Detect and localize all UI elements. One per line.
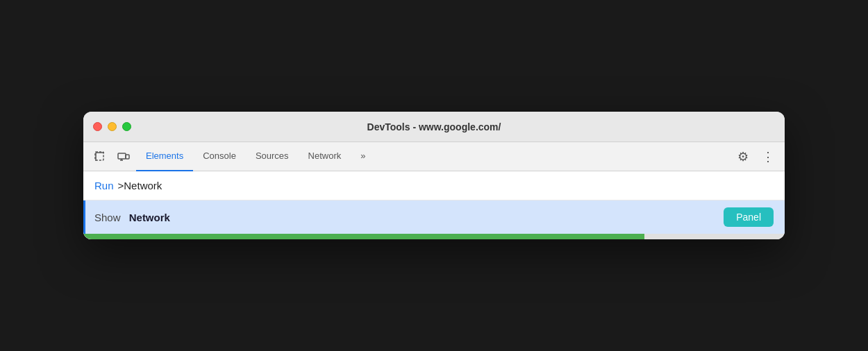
toolbar-right: ⚙ ⋮ [732, 146, 779, 168]
svg-rect-1 [118, 153, 126, 159]
tab-elements[interactable]: Elements [136, 142, 193, 171]
selection-indicator [83, 200, 85, 234]
command-bar: Run [83, 171, 785, 200]
show-text: Show [94, 212, 121, 223]
cursor-icon [94, 151, 106, 163]
minimize-button[interactable] [108, 122, 117, 131]
tabs-container: Elements Console Sources Network » [136, 142, 731, 171]
network-bold: Network [129, 212, 170, 223]
more-options-button[interactable]: ⋮ [757, 146, 779, 168]
maximize-button[interactable] [122, 122, 131, 131]
toolbar: Elements Console Sources Network » ⚙ ⋮ [83, 142, 785, 171]
svg-rect-0 [95, 152, 103, 160]
tab-more[interactable]: » [351, 142, 375, 171]
command-input[interactable] [118, 180, 774, 191]
settings-button[interactable]: ⚙ [732, 146, 754, 168]
tab-sources[interactable]: Sources [246, 142, 299, 171]
panel-button[interactable]: Panel [724, 207, 774, 227]
close-button[interactable] [93, 122, 102, 131]
tab-console[interactable]: Console [193, 142, 246, 171]
traffic-lights [93, 122, 131, 131]
inspector-icon[interactable] [89, 146, 111, 168]
content-area: Run Show Network Panel [83, 171, 785, 239]
tab-network[interactable]: Network [299, 142, 351, 171]
bottom-bar [83, 234, 785, 239]
device-toggle-icon[interactable] [112, 146, 135, 168]
devtools-window: DevTools - www.google.com/ Elements [83, 112, 785, 239]
titlebar: DevTools - www.google.com/ [83, 112, 785, 142]
window-title: DevTools - www.google.com/ [367, 121, 501, 132]
run-label: Run [94, 180, 114, 191]
suggestion-container: Show Network Panel [83, 200, 785, 234]
responsive-icon [117, 151, 130, 163]
suggestion-text: Show Network [94, 212, 170, 223]
suggestion-row[interactable]: Show Network Panel [83, 200, 785, 234]
svg-rect-2 [126, 155, 129, 159]
